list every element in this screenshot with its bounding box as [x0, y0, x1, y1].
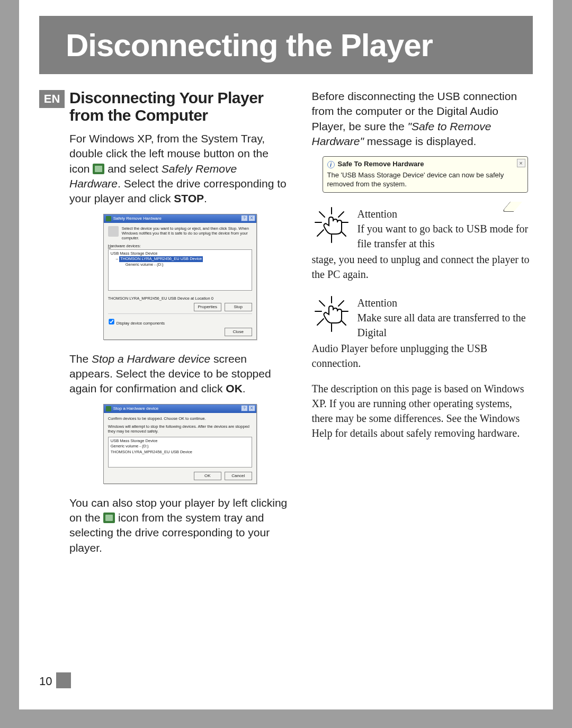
safely-remove-hardware-dialog: Safely Remove Hardware ? X Select the de…: [103, 214, 257, 340]
text-bold: OK: [226, 382, 243, 394]
title-banner: Disconnecting the Player: [39, 16, 533, 74]
attention-text: Audio Player before unplugging the USB c…: [312, 341, 533, 371]
stop-device-list[interactable]: USB Mass Storage Device Generic volume -…: [108, 437, 252, 468]
page-number: 10: [39, 675, 56, 688]
help-button[interactable]: ?: [241, 215, 248, 221]
dialog-instructions: Select the device you want to unplug or …: [122, 226, 252, 240]
list-item[interactable]: USB Mass Storage Device: [111, 251, 249, 257]
stop-button[interactable]: Stop: [225, 303, 252, 311]
paragraph: Before disconnecting the USB connection …: [312, 89, 533, 149]
device-status-text: THOMSON LYRA_MPR2456_EU USB Device at Lo…: [108, 296, 252, 301]
close-dialog-button[interactable]: Close: [225, 328, 252, 336]
text: and select: [104, 163, 161, 175]
svg-line-2: [338, 212, 344, 217]
attention-hand-icon: [312, 206, 351, 244]
ok-button[interactable]: OK: [194, 472, 221, 480]
list-item[interactable]: USB Mass Storage Device: [111, 438, 249, 444]
list-item[interactable]: THOMSON LYRA_MPR2456_EU USB Device: [111, 450, 249, 455]
dialog-titlebar: Stop a Hardware device ? X: [104, 405, 256, 413]
dialog-line: Confirm devices to be stopped. Choose OK…: [108, 416, 252, 421]
page-footer: 10: [39, 672, 71, 688]
left-column: Disconnecting Your Player from the Compu…: [69, 89, 291, 563]
dialog-titlebar: Safely Remove Hardware ? X: [104, 214, 256, 223]
eject-icon: [108, 226, 119, 237]
systray-eject-icon: [93, 164, 104, 174]
attention-title: Attention: [358, 295, 533, 310]
attention-text: The description on this page is based on…: [312, 381, 533, 441]
list-item[interactable]: – THOMSON LYRA_MPR2456_EU USB Device: [111, 256, 249, 262]
footer-block-icon: [56, 672, 71, 688]
text-italic: Stop a Hardware device: [92, 353, 210, 365]
text: message is displayed.: [364, 135, 476, 147]
list-label: HHardware devices:ardware devices:: [108, 244, 252, 248]
text: The: [69, 353, 92, 365]
page-title: Disconnecting the Player: [66, 27, 433, 64]
attention-text: stage, you need to unplug and connect th…: [312, 252, 533, 282]
svg-line-10: [338, 301, 344, 306]
manual-page: Disconnecting the Player EN Disconnectin…: [19, 0, 553, 709]
list-item[interactable]: Generic volume - (D:): [111, 262, 249, 268]
attention-block: Attention If you want to go back to USB …: [312, 206, 533, 282]
svg-line-1: [319, 212, 325, 217]
tooltip-title-text: Safe To Remove Hardware: [338, 160, 424, 169]
paragraph: For Windows XP, from the System Tray, do…: [69, 131, 291, 206]
close-button[interactable]: X: [248, 215, 255, 221]
text: .: [243, 382, 246, 394]
close-button[interactable]: X: [248, 405, 255, 411]
info-icon: i: [327, 161, 335, 168]
svg-line-9: [319, 301, 325, 306]
checkbox-icon[interactable]: [109, 319, 114, 324]
safe-to-remove-tooltip: i Safe To Remove Hardware × The 'USB Mas…: [323, 156, 528, 193]
section-heading: Disconnecting Your Player from the Compu…: [69, 89, 291, 124]
dialog-titlebar-icon: [106, 406, 111, 411]
svg-line-5: [317, 230, 324, 236]
display-components-checkbox[interactable]: Display device components: [108, 318, 252, 326]
properties-button[interactable]: Properties: [194, 303, 221, 311]
cancel-button[interactable]: Cancel: [225, 472, 252, 480]
tooltip-body: The 'USB Mass Storage Device' device can…: [327, 171, 523, 189]
systray-eject-icon: [103, 513, 115, 523]
paragraph: The Stop a Hardware device screen appear…: [69, 352, 291, 397]
svg-line-13: [317, 319, 324, 325]
attention-text: Make sure all data are transferred to th…: [358, 310, 533, 340]
text-bold: STOP: [174, 192, 204, 204]
right-column: Before disconnecting the USB connection …: [312, 89, 533, 563]
text: .: [204, 192, 207, 204]
dialog-title-text: Stop a Hardware device: [113, 406, 158, 411]
language-badge: EN: [39, 90, 65, 108]
stop-hardware-device-dialog: Stop a Hardware device ? X Confirm devic…: [103, 404, 257, 484]
hardware-device-list[interactable]: USB Mass Storage Device – THOMSON LYRA_M…: [108, 249, 252, 291]
attention-hand-icon: [312, 295, 351, 332]
dialog-line: Windows will attempt to stop the followi…: [108, 424, 252, 434]
list-item[interactable]: Generic volume - (D:): [111, 444, 249, 450]
paragraph: You can also stop your player by left cl…: [69, 496, 291, 555]
dialog-titlebar-icon: [106, 216, 111, 221]
tooltip-close-button[interactable]: ×: [517, 159, 525, 167]
help-button[interactable]: ?: [241, 405, 248, 411]
attention-block: Attention Make sure all data are transfe…: [312, 295, 533, 441]
tooltip-title: i Safe To Remove Hardware: [327, 160, 523, 169]
dialog-title-text: Safely Remove Hardware: [113, 216, 162, 221]
attention-text: If you want to go back to USB mode for f…: [358, 221, 533, 251]
